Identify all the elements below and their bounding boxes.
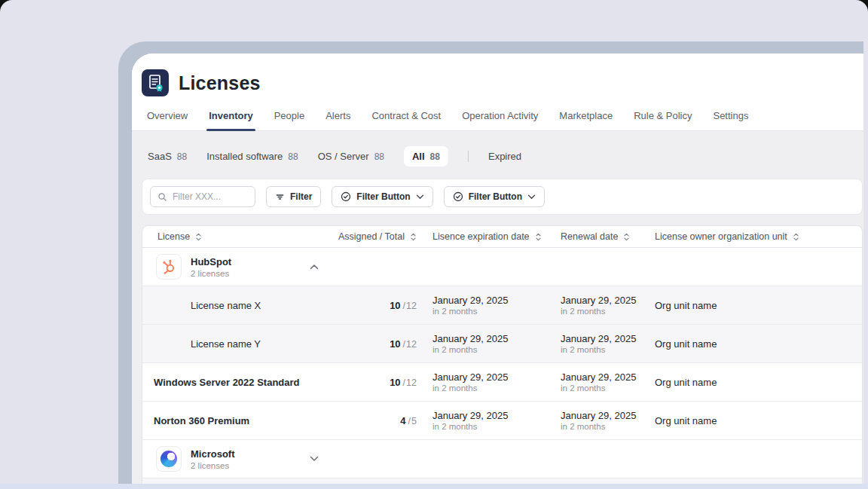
renewal-date: January 29, 2025in 2 months: [553, 410, 647, 431]
filter-dropdown-2[interactable]: Filter Button: [444, 186, 545, 207]
table-body: HubSpot2 licensesLicense name X10/12Janu…: [142, 248, 862, 489]
licenses-card: Licenses OverviewInventoryPeopleAlertsCo…: [132, 53, 863, 489]
subtab-all[interactable]: All88: [404, 146, 448, 167]
expiration-date: January 29, 2025in 2 months: [421, 333, 553, 354]
search-input[interactable]: Filter XXX...: [150, 186, 255, 207]
chevron-down-icon[interactable]: [310, 456, 319, 462]
chevron-up-icon[interactable]: [310, 264, 319, 270]
assigned-total: 10/12: [312, 338, 421, 350]
org-unit: Org unit name: [647, 415, 862, 426]
column-header[interactable]: Assigned / Total: [312, 231, 421, 242]
subtab-divider: [468, 151, 469, 162]
table-header: LicenseAssigned / TotalLisence expiratio…: [142, 226, 862, 248]
card-header: Licenses OverviewInventoryPeopleAlertsCo…: [132, 53, 863, 131]
sort-icon: [195, 232, 202, 242]
tab-overview[interactable]: Overview: [136, 105, 198, 130]
filter-panel: Filter XXX... Filter Filter Button Filte…: [142, 179, 863, 215]
sort-icon: [410, 232, 417, 242]
subtab-expired[interactable]: Expired: [488, 151, 521, 162]
tab-rule-policy[interactable]: Rule & Policy: [623, 105, 702, 130]
filter-dropdown-1[interactable]: Filter Button: [332, 186, 432, 207]
license-row[interactable]: License name X10/12January 29, 2025in 2 …: [142, 286, 862, 325]
microsoft-logo: [156, 446, 182, 472]
org-unit: Org unit name: [647, 338, 862, 350]
org-unit: Org unit name: [647, 300, 862, 311]
microsoft-logo-mark: [160, 451, 177, 467]
subtab-os-server[interactable]: OS / Server88: [318, 151, 384, 162]
hubspot-logo: [156, 254, 182, 280]
expiration-date: January 29, 2025in 2 months: [421, 371, 553, 393]
group-row-hubspot[interactable]: HubSpot2 licenses: [142, 248, 862, 286]
org-unit: Org unit name: [647, 377, 862, 388]
tab-bar: OverviewInventoryPeopleAlertsContract & …: [132, 105, 863, 131]
screen: Licenses OverviewInventoryPeopleAlertsCo…: [0, 0, 868, 489]
license-name: License name Y: [142, 338, 312, 350]
column-header[interactable]: Renewal date: [553, 231, 647, 242]
expiration-date: January 29, 2025in 2 months: [421, 410, 553, 431]
subtab-installed-software[interactable]: Installed software88: [206, 151, 298, 162]
title-row: Licenses: [132, 53, 863, 105]
tab-operation-activity[interactable]: Operation Activity: [451, 105, 549, 130]
check-circle-icon: [453, 191, 463, 202]
chevron-down-icon: [416, 194, 424, 200]
group-name: HubSpot: [191, 256, 231, 267]
tab-inventory[interactable]: Inventory: [198, 105, 264, 130]
licenses-app-icon: [142, 69, 169, 96]
sort-icon: [535, 232, 542, 242]
renewal-date: January 29, 2025in 2 months: [553, 333, 647, 354]
bottom-accent-strip: [0, 484, 868, 489]
assigned-total: 4/5: [312, 415, 421, 426]
column-header[interactable]: License owner organization unit: [647, 231, 862, 242]
column-header[interactable]: License: [142, 231, 312, 242]
filter-lines-icon: [275, 192, 285, 202]
sort-icon: [623, 232, 630, 242]
window-frame: Licenses OverviewInventoryPeopleAlertsCo…: [118, 41, 863, 489]
content-area: SaaS88Installed software88OS / Server88A…: [132, 131, 863, 489]
license-row[interactable]: License name Y10/12January 29, 2025in 2 …: [142, 325, 862, 363]
assigned-total: 10/12: [312, 377, 421, 388]
tab-people[interactable]: People: [264, 105, 315, 130]
license-row[interactable]: Norton 360 Premium4/5January 29, 2025in …: [142, 402, 862, 440]
page-title: Licenses: [179, 72, 261, 94]
license-name: Windows Server 2022 Standard: [142, 377, 312, 388]
search-icon: [157, 192, 167, 202]
license-table: LicenseAssigned / TotalLisence expiratio…: [142, 225, 863, 489]
search-placeholder: Filter XXX...: [173, 191, 221, 202]
sort-icon: [793, 232, 799, 242]
check-circle-icon: [341, 191, 351, 202]
tab-settings[interactable]: Settings: [702, 105, 759, 130]
assigned-total: 10/12: [312, 300, 421, 311]
group-license-count: 2 licenses: [191, 461, 235, 470]
subtab-saas[interactable]: SaaS88: [148, 151, 187, 162]
group-license-count: 2 licenses: [191, 269, 231, 278]
license-name: License name X: [142, 300, 312, 311]
license-row[interactable]: Windows Server 2022 Standard10/12January…: [142, 363, 862, 402]
column-header[interactable]: Lisence expiration date: [421, 231, 553, 242]
subtab-bar: SaaS88Installed software88OS / Server88A…: [132, 131, 863, 179]
group-row-microsoft[interactable]: Microsoft2 licenses: [142, 440, 862, 478]
renewal-date: January 29, 2025in 2 months: [553, 371, 647, 393]
license-name: Norton 360 Premium: [142, 415, 312, 426]
chevron-down-icon: [527, 194, 536, 200]
expiration-date: January 29, 2025in 2 months: [421, 295, 553, 316]
tab-marketplace[interactable]: Marketplace: [549, 105, 623, 130]
tab-contract-cost[interactable]: Contract & Cost: [361, 105, 451, 130]
group-name: Microsoft: [191, 448, 235, 460]
filter-button[interactable]: Filter: [266, 186, 321, 207]
tab-alerts[interactable]: Alerts: [315, 105, 361, 130]
renewal-date: January 29, 2025in 2 months: [553, 295, 647, 316]
